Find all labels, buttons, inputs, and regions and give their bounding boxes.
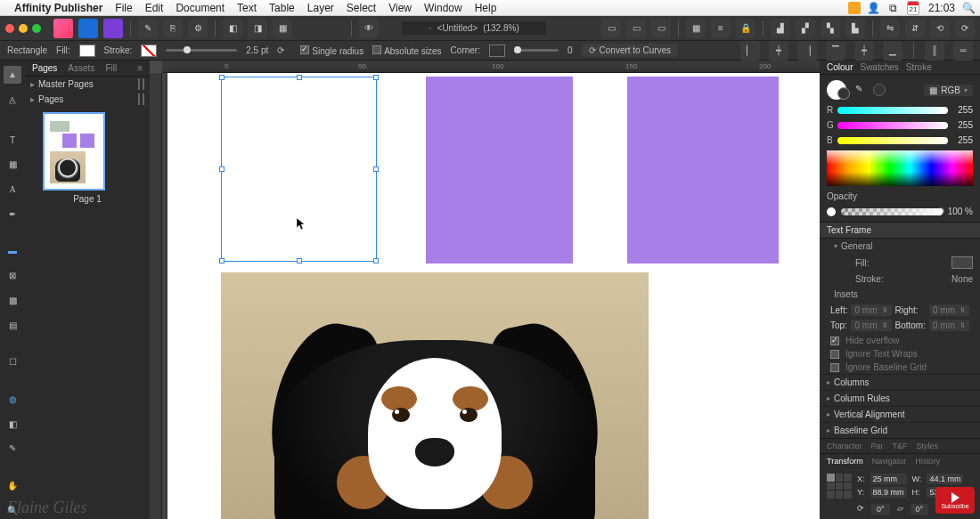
document-tab[interactable]: ◦ <Untitled> (132.8%)	[402, 21, 546, 35]
persona-designer-icon[interactable]	[78, 19, 98, 38]
align-center-h-icon[interactable]: ┿	[769, 41, 788, 61]
frame-fill-swatch[interactable]	[951, 256, 973, 269]
arrange-icon-3[interactable]: ▭	[651, 19, 671, 38]
color-spectrum[interactable]	[827, 150, 973, 186]
frame-text-tool-icon[interactable]: T	[4, 131, 21, 149]
purple-rectangle-2[interactable]	[627, 77, 779, 264]
green-value[interactable]: 255	[951, 120, 973, 130]
arrange-icon-1[interactable]: ▭	[601, 19, 621, 38]
corner-value[interactable]: 0	[568, 45, 573, 55]
corner-slider[interactable]	[514, 49, 559, 52]
transform-x-field[interactable]: 25 mm	[870, 474, 907, 484]
align-center-v-icon[interactable]: ┿	[854, 41, 874, 61]
eyedropper-sample[interactable]	[873, 84, 886, 96]
opacity-value[interactable]: 100 %	[948, 207, 973, 216]
order-forward-icon[interactable]: ▞	[796, 19, 815, 38]
place-image-tool-icon[interactable]: ▩	[4, 292, 21, 310]
tool-icon-a[interactable]: ◧	[223, 19, 242, 38]
lock-icon[interactable]: 🔒	[736, 19, 755, 38]
menu-text[interactable]: Text	[237, 2, 257, 14]
master-options-icon[interactable]	[143, 78, 144, 90]
history-tab[interactable]: History	[915, 457, 940, 466]
menu-edit[interactable]: Edit	[145, 2, 164, 14]
window-controls[interactable]	[5, 24, 41, 33]
swatches-tab[interactable]: Swatches	[860, 62, 898, 72]
transparency-tool-icon[interactable]: ◧	[4, 415, 21, 433]
view-mode-icon[interactable]: 👁	[359, 19, 379, 38]
opacity-well[interactable]	[827, 207, 836, 216]
table-tool-icon[interactable]: ▦	[4, 156, 21, 174]
move-tool-icon[interactable]: ▲	[4, 66, 21, 84]
anchor-selector[interactable]	[827, 474, 852, 499]
inset-left-field[interactable]: 0 mm⥮	[851, 304, 891, 316]
vertical-ruler[interactable]	[150, 73, 162, 519]
assets-tab[interactable]: Assets	[68, 63, 94, 73]
paragraph-tab[interactable]: Par	[871, 442, 884, 450]
typography-tab[interactable]: T&F	[893, 442, 908, 450]
green-slider[interactable]	[837, 122, 948, 129]
stroke-options-icon[interactable]: ⟳	[277, 45, 284, 55]
ignore-baseline-checkbox[interactable]	[830, 363, 839, 372]
eyedropper-icon[interactable]: ✎	[855, 84, 868, 96]
rotate-cw-icon[interactable]: ⟳	[955, 19, 975, 38]
rotation-field[interactable]: 0°	[871, 504, 890, 515]
convert-to-curves-button[interactable]: ⟳ Convert to Curves	[582, 44, 679, 57]
persona-publisher-icon[interactable]	[53, 19, 73, 38]
canvas-area[interactable]: 0 50 100 150 200	[150, 61, 820, 519]
page-1-thumbnail[interactable]	[43, 112, 105, 191]
node-tool-icon[interactable]: ◬	[4, 91, 21, 109]
pen-tool-icon[interactable]: ✒	[4, 205, 21, 223]
text-frame-header[interactable]: Text Frame	[820, 222, 980, 239]
transform-w-field[interactable]: 44.1 mm	[927, 474, 963, 484]
pages-row[interactable]: ▸Pages	[25, 92, 150, 107]
colour-tab[interactable]: Colour	[827, 62, 853, 72]
align-bottom-icon[interactable]: ▁	[883, 41, 902, 61]
frame-stroke-value[interactable]: None	[951, 274, 973, 284]
rotate-ccw-icon[interactable]: ⟲	[930, 19, 950, 38]
spotlight-icon[interactable]: 🔍	[962, 2, 975, 14]
transform-y-field[interactable]: 88.9 mm	[870, 487, 907, 498]
menu-help[interactable]: Help	[475, 2, 497, 14]
baseline-icon[interactable]: ≡	[711, 19, 731, 38]
character-tab[interactable]: Character	[827, 442, 862, 450]
columns-disclosure[interactable]: ▸Columns	[820, 374, 980, 390]
stroke-width-value[interactable]: 2.5 pt	[246, 45, 268, 55]
stock-tool-icon[interactable]: ▤	[4, 316, 21, 334]
add-page-icon[interactable]	[138, 93, 140, 105]
menu-table[interactable]: Table	[269, 2, 295, 14]
panel-menu-icon[interactable]: ≡	[137, 63, 143, 73]
order-backward-icon[interactable]: ▚	[821, 19, 840, 38]
status-icon-1[interactable]	[848, 2, 861, 14]
corner-type-dropdown[interactable]	[489, 45, 505, 57]
shear-field[interactable]: 0°	[911, 504, 929, 515]
vertical-alignment-disclosure[interactable]: ▸Vertical Alignment	[820, 406, 980, 422]
stroke-color-well[interactable]	[837, 87, 850, 100]
fill-tab[interactable]: Fill	[105, 63, 117, 73]
menu-clock[interactable]: 21:03	[928, 2, 955, 14]
red-slider[interactable]	[837, 107, 948, 114]
stroke-swatch[interactable]	[141, 45, 157, 57]
color-picker-tool-icon[interactable]: ✎	[4, 440, 21, 458]
selected-rectangle[interactable]	[221, 77, 377, 262]
menu-document[interactable]: Document	[176, 2, 225, 14]
blue-value[interactable]: 255	[951, 135, 973, 145]
preferences-icon[interactable]: ⚙	[188, 19, 208, 38]
transform-tab[interactable]: Transform	[827, 457, 863, 466]
menu-window[interactable]: Window	[424, 2, 462, 14]
vector-crop-tool-icon[interactable]: ☐	[4, 353, 21, 371]
view-tool-icon[interactable]: ✋	[4, 477, 21, 495]
stroke-width-slider[interactable]	[166, 49, 237, 52]
dog-image[interactable]	[221, 272, 649, 519]
styles-tab[interactable]: Styles	[917, 442, 939, 450]
pages-tab[interactable]: Pages	[32, 63, 57, 73]
ignore-wraps-checkbox[interactable]	[830, 350, 839, 359]
menu-view[interactable]: View	[388, 2, 412, 14]
inset-top-field[interactable]: 0 mm⥮	[851, 320, 891, 331]
distribute-h-icon[interactable]: ║	[925, 41, 944, 61]
order-front-icon[interactable]: ▟	[771, 19, 790, 38]
single-radius-checkbox[interactable]	[300, 45, 309, 54]
dropbox-icon[interactable]: ⧉	[887, 2, 900, 14]
general-disclosure[interactable]: ▾General	[820, 239, 980, 254]
snap-icon[interactable]: ▦	[686, 19, 706, 38]
flip-v-icon[interactable]: ⇵	[905, 19, 925, 38]
